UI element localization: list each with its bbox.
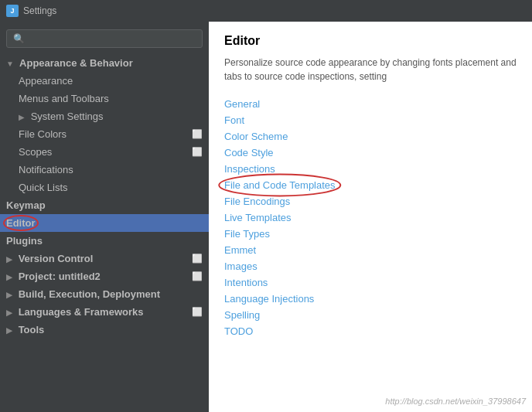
sidebar-item-system-settings[interactable]: ▶ System Settings (0, 107, 209, 125)
sidebar-item-scopes[interactable]: Scopes ⬜ (0, 143, 209, 161)
sidebar-item-version-control[interactable]: ▶ Version Control ⬜ (0, 250, 209, 267)
link-inspections[interactable]: Inspections (224, 161, 517, 177)
link-intentions[interactable]: Intentions (224, 274, 517, 291)
lang-page-icon: ⬜ (192, 307, 203, 317)
sidebar-item-quick-lists[interactable]: Quick Lists (0, 179, 209, 196)
project-page-icon: ⬜ (192, 271, 203, 281)
lang-arrow: ▶ (6, 308, 12, 317)
editor-label: Editor (6, 217, 36, 229)
title-bar: J Settings (0, 0, 532, 22)
sidebar-item-appearance-behavior[interactable]: ▼ Appearance & Behavior (0, 54, 209, 72)
sidebar-item-languages[interactable]: ▶ Languages & Frameworks ⬜ (0, 303, 209, 321)
links-list: General Font Color Scheme Code Style Ins… (224, 96, 517, 339)
sidebar-item-appearance[interactable]: Appearance (0, 72, 209, 90)
search-box[interactable]: 🔍 (6, 29, 203, 48)
expand-arrow: ▼ (6, 60, 14, 68)
sidebar-item-project[interactable]: ▶ Project: untitled2 ⬜ (0, 267, 209, 285)
link-spelling[interactable]: Spelling (224, 307, 517, 323)
app-icon: J (6, 5, 19, 17)
link-live-templates[interactable]: Live Templates (224, 209, 517, 226)
scopes-page-icon: ⬜ (192, 147, 203, 157)
search-input[interactable] (28, 33, 196, 44)
link-file-code-templates[interactable]: File and Code Templates (224, 179, 336, 191)
content-title: Editor (224, 34, 517, 48)
sidebar-item-file-colors[interactable]: File Colors ⬜ (0, 125, 209, 143)
tools-arrow: ▶ (6, 326, 12, 335)
link-language-injections[interactable]: Language Injections (224, 291, 517, 307)
link-general[interactable]: General (224, 96, 517, 112)
sidebar-item-tools[interactable]: ▶ Tools (0, 321, 209, 339)
sidebar-item-editor[interactable]: Editor (0, 214, 209, 232)
link-images[interactable]: Images (224, 258, 517, 274)
sidebar-item-build[interactable]: ▶ Build, Execution, Deployment (0, 285, 209, 303)
sidebar-item-menus-toolbars[interactable]: Menus and Toolbars (0, 90, 209, 107)
file-colors-page-icon: ⬜ (192, 129, 203, 139)
link-file-encodings[interactable]: File Encodings (224, 193, 517, 209)
link-emmet[interactable]: Emmet (224, 242, 517, 258)
vc-page-icon: ⬜ (192, 254, 203, 264)
sidebar-item-plugins[interactable]: Plugins (0, 232, 209, 250)
link-file-types[interactable]: File Types (224, 226, 517, 242)
window-title: Settings (23, 5, 56, 16)
build-arrow: ▶ (6, 291, 12, 299)
sidebar-item-notifications[interactable]: Notifications (0, 161, 209, 179)
link-todo[interactable]: TODO (224, 323, 517, 339)
search-icon: 🔍 (13, 33, 25, 44)
vc-arrow: ▶ (6, 255, 12, 264)
main-container: 🔍 ▼ Appearance & Behavior Appearance Men… (0, 22, 532, 412)
link-code-style[interactable]: Code Style (224, 145, 517, 161)
sidebar: 🔍 ▼ Appearance & Behavior Appearance Men… (0, 22, 209, 412)
link-font[interactable]: Font (224, 112, 517, 128)
system-settings-arrow: ▶ (19, 113, 25, 121)
content-description: Personalize source code appearance by ch… (224, 56, 517, 83)
sidebar-item-keymap[interactable]: Keymap (0, 196, 209, 214)
link-color-scheme[interactable]: Color Scheme (224, 128, 517, 145)
watermark: http://blog.csdn.net/weixin_37998647 (385, 397, 526, 406)
project-arrow: ▶ (6, 273, 12, 281)
content-area: Editor Personalize source code appearanc… (209, 22, 532, 412)
link-file-code-templates-wrapper: File and Code Templates (224, 177, 336, 193)
